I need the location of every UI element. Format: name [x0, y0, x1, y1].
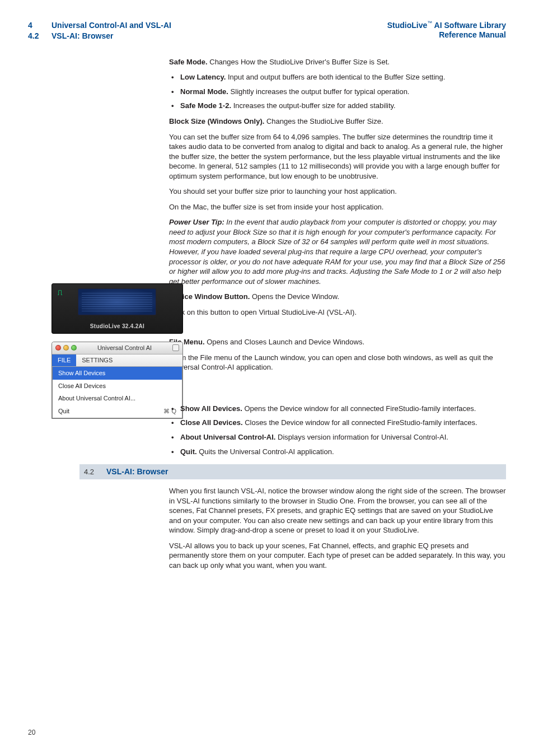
page-number: 20: [28, 728, 35, 737]
bullet-text: Quits the Universal Control-AI applicati…: [197, 447, 334, 456]
bullet-bold: Quit.: [180, 447, 197, 456]
menu-item-label: Show All Devices: [58, 369, 105, 377]
menu-file[interactable]: FILE: [52, 354, 76, 366]
bullet-bold: Low Latency.: [180, 73, 226, 81]
close-icon[interactable]: [55, 345, 61, 351]
section-42-number: 4.2: [84, 467, 106, 477]
section-42-p1: When you first launch VSL-AI, notice the…: [169, 486, 506, 535]
bullet-text: Increases the output-buffer size for add…: [231, 101, 396, 110]
book-title-1: StudioLive: [387, 21, 428, 30]
list-item: Safe Mode 1-2. Increases the output-buff…: [169, 101, 506, 111]
section-title: VSL-AI: Browser: [51, 31, 113, 41]
bullet-text: Input and output buffers are both identi…: [226, 73, 445, 81]
bullet-text: Slightly increases the output buffer for…: [228, 87, 410, 96]
bullet-bold: Close All Devices.: [180, 418, 243, 427]
menu-item-about[interactable]: About Universal Control AI...: [53, 392, 182, 405]
menu-item-show-all[interactable]: Show All Devices: [53, 367, 182, 380]
file-menu-items-list: Show All Devices. Opens the Device windo…: [169, 404, 506, 456]
file-menu-p: From the File menu of the Launch window,…: [169, 353, 506, 372]
device-screen-icon: [78, 288, 156, 315]
bullet-bold: About Universal Control-AI.: [180, 433, 275, 441]
window-titlebar: Universal Control AI: [52, 342, 182, 354]
safe-mode-heading-text: Changes How the StudioLive Driver's Buff…: [208, 58, 390, 66]
menu-item-label: Close All Devices: [58, 382, 106, 390]
resize-icon[interactable]: [172, 344, 179, 351]
list-item: Quit. Quits the Universal Control-AI app…: [169, 447, 506, 457]
book-title-2: AI Software Library: [432, 21, 506, 30]
block-size-heading: Block Size (Windows Only). Changes the S…: [169, 116, 506, 127]
file-dropdown: Show All Devices Close All Devices About…: [52, 367, 182, 418]
bullet-text: Opens the Device window for all connecte…: [242, 404, 476, 413]
file-menu-heading-text: Opens and Closes Launch and Device Windo…: [205, 338, 364, 346]
menu-item-label: Quit: [58, 407, 69, 416]
section-42-title: VSL-AI: Browser: [106, 466, 168, 477]
list-item: About Universal Control-AI. Displays ver…: [169, 432, 506, 442]
power-user-tip: Power User Tip: In the event that audio …: [169, 217, 506, 286]
book-subtitle: Reference Manual: [387, 30, 506, 40]
section-number: 4.2: [28, 31, 51, 41]
window-title: Universal Control AI: [80, 344, 169, 352]
status-led-icon: ⎍: [58, 287, 62, 298]
trademark-icon: ™: [427, 20, 432, 26]
minimize-icon[interactable]: [63, 345, 69, 351]
figure-file-menu: Universal Control AI FILE SETTINGS Show …: [51, 342, 183, 419]
section-heading-bar: 4.2 VSL-AI: Browser: [79, 464, 506, 479]
safe-mode-list: Low Latency. Input and output buffers ar…: [169, 72, 506, 111]
power-tip-lead: Power User Tip:: [169, 218, 224, 226]
bullet-text: Displays version information for Univers…: [275, 433, 448, 441]
header-right: StudioLive™ AI Software Library Referenc…: [387, 20, 506, 41]
list-item: Normal Mode. Slightly increases the outp…: [169, 87, 506, 97]
safe-mode-heading-bold: Safe Mode.: [169, 58, 208, 66]
device-window-heading-text: Opens the Device Window.: [250, 292, 339, 301]
bullet-bold: Show All Devices.: [180, 404, 242, 413]
figure-device-window: ⎍ StudioLive 32.4.2AI: [51, 283, 183, 334]
menu-item-label: About Universal Control AI...: [58, 394, 135, 403]
device-window-p: Click on this button to open Virtual Stu…: [169, 307, 506, 318]
power-tip-text: In the event that audio playback from yo…: [169, 218, 505, 285]
header-left: 4Universal Control-AI and VSL-AI 4.2VSL-…: [28, 20, 171, 41]
bullet-bold: Safe Mode 1-2.: [180, 101, 231, 110]
list-item: Show All Devices. Opens the Device windo…: [169, 404, 506, 414]
menu-item-quit[interactable]: Quit⌘ Q: [53, 405, 182, 418]
bullet-text: Closes the Device window for all connect…: [243, 418, 477, 427]
chapter-number: 4: [28, 20, 51, 31]
device-window-button[interactable]: ⎍ StudioLive 32.4.2AI: [51, 283, 183, 334]
list-item: Close All Devices. Closes the Device win…: [169, 418, 506, 428]
device-label: StudioLive 32.4.2AI: [52, 323, 182, 330]
section-42-p2: VSL-AI allows you to back up your scenes…: [169, 541, 506, 571]
block-size-heading-bold: Block Size (Windows Only).: [169, 117, 264, 125]
menu-item-close-all[interactable]: Close All Devices: [53, 380, 182, 393]
zoom-icon[interactable]: [71, 345, 77, 351]
block-size-p3: On the Mac, the buffer size is set from …: [169, 202, 506, 212]
menu-settings[interactable]: SETTINGS: [76, 354, 118, 366]
menubar: FILE SETTINGS: [52, 354, 182, 367]
device-window-heading: Device Window Button. Opens the Device W…: [169, 292, 506, 302]
safe-mode-heading: Safe Mode. Changes How the StudioLive Dr…: [169, 57, 506, 67]
bullet-bold: Normal Mode.: [180, 87, 228, 96]
chapter-title: Universal Control-AI and VSL-AI: [51, 20, 171, 31]
page-header: 4Universal Control-AI and VSL-AI 4.2VSL-…: [28, 20, 506, 41]
block-size-p2: You should set your buffer size prior to…: [169, 186, 506, 197]
block-size-heading-text: Changes the StudioLive Buffer Size.: [264, 117, 383, 125]
list-item: Low Latency. Input and output buffers ar…: [169, 72, 506, 82]
block-size-p1: You can set the buffer size from 64 to 4…: [169, 132, 506, 181]
file-menu-heading: File Menu. Opens and Closes Launch and D…: [169, 337, 506, 347]
